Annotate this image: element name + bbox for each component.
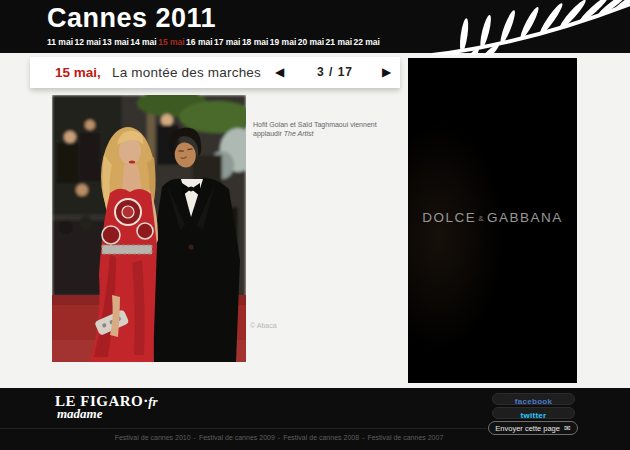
twitter-label: twitter (520, 411, 546, 420)
link-separator: - (191, 434, 199, 441)
date-tab-15mai-active[interactable]: 15 mai (158, 37, 184, 47)
date-tab-21mai[interactable]: 21 mai (326, 37, 352, 47)
ad-brand-text: DOLCE&GABBANA (408, 210, 577, 225)
gallery-date-label: 15 mai, (55, 57, 101, 88)
palm-leaf-icon (430, 0, 630, 55)
ad-brand-ampersand: & (476, 214, 487, 223)
logo-fr-text: fr (148, 394, 157, 409)
date-tab-16mai[interactable]: 16 mai (186, 37, 212, 47)
archive-links: Festival de cannes 2010-Festival de cann… (0, 434, 558, 441)
facebook-share-button[interactable]: facebook (492, 393, 575, 405)
photo-caption: Hofit Golan et Saïd Taghmaoui viennent a… (253, 120, 397, 138)
caption-text: Hofit Golan et Saïd Taghmaoui viennent a… (253, 121, 377, 137)
gallery-title: La montée des marches (112, 57, 261, 88)
envelope-icon: ✉ (564, 424, 571, 433)
footer-divider (0, 428, 487, 429)
gallery-title-bar: 15 mai, La montée des marches ◀ 3 / 17 ▶ (30, 57, 400, 88)
date-tab-19mai[interactable]: 19 mai (270, 37, 296, 47)
ad-brand-word2: GABBANA (487, 210, 563, 225)
date-tab-11mai[interactable]: 11 mai (47, 37, 73, 47)
link-festival-2009[interactable]: Festival de cannes 2009 (199, 434, 275, 441)
dolce-gabbana-ad-banner[interactable]: DOLCE&GABBANA (408, 58, 577, 383)
link-festival-2010[interactable]: Festival de cannes 2010 (115, 434, 191, 441)
page-title: Cannes 2011 (47, 3, 216, 34)
send-page-button[interactable]: Envoyer cette page ✉ (488, 421, 578, 435)
caption-film-title: The Artist (284, 130, 314, 137)
date-tab-20mai[interactable]: 20 mai (298, 37, 324, 47)
link-festival-2008[interactable]: Festival de cannes 2008 (283, 434, 359, 441)
send-page-label: Envoyer cette page (495, 424, 560, 433)
cannes-gallery-page: Cannes 2011 11 mai 12 mai 13 mai 14 mai … (0, 0, 630, 450)
date-tab-22mai[interactable]: 22 mai (354, 37, 380, 47)
date-tab-12mai[interactable]: 12 mai (74, 37, 100, 47)
date-navigation: 11 mai 12 mai 13 mai 14 mai 15 mai 16 ma… (47, 37, 380, 47)
previous-photo-button[interactable]: ◀ (275, 57, 284, 88)
site-footer: LE FIGARO·fr madame facebook twitter Env… (0, 388, 630, 450)
link-separator: - (275, 434, 283, 441)
photo-credit: © Abaca (250, 322, 277, 329)
ad-brand-word1: DOLCE (422, 210, 476, 225)
next-photo-button[interactable]: ▶ (382, 57, 391, 88)
red-carpet-photo[interactable] (52, 95, 246, 362)
link-festival-2007[interactable]: Festival de cannes 2007 (367, 434, 443, 441)
pagination-counter: 3 / 17 (300, 57, 370, 88)
figaro-madame-logo[interactable]: LE FIGARO·fr madame (55, 392, 158, 422)
twitter-share-button[interactable]: twitter (492, 407, 575, 419)
facebook-label: facebook (515, 397, 553, 406)
date-tab-14mai[interactable]: 14 mai (130, 37, 156, 47)
date-tab-13mai[interactable]: 13 mai (102, 37, 128, 47)
date-tab-17mai[interactable]: 17 mai (214, 37, 240, 47)
date-tab-18mai[interactable]: 18 mai (242, 37, 268, 47)
site-header: Cannes 2011 11 mai 12 mai 13 mai 14 mai … (0, 0, 630, 53)
